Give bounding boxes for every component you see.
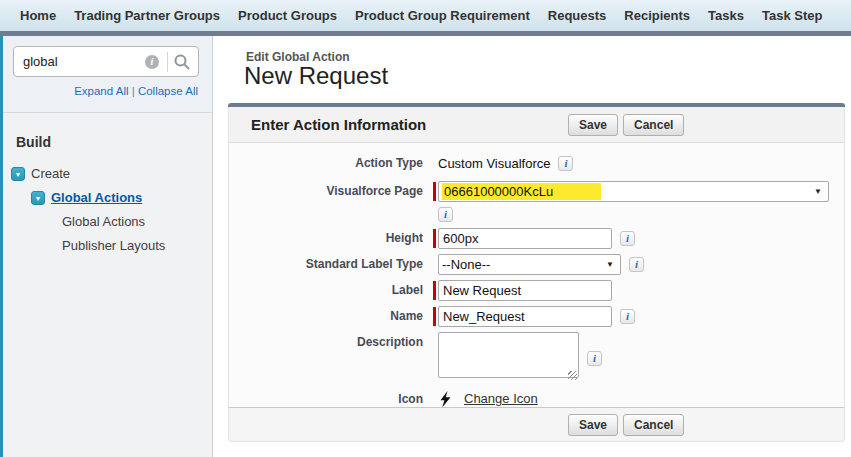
name-row: Name i <box>229 306 844 327</box>
name-input[interactable] <box>438 306 612 327</box>
chevron-down-icon[interactable]: ▼ <box>31 191 45 205</box>
tab-tasks[interactable]: Tasks <box>708 8 744 23</box>
tree-link-global-actions[interactable]: Global Actions <box>51 190 142 205</box>
height-label: Height <box>229 228 433 249</box>
action-type-label: Action Type <box>229 153 433 174</box>
panel-footer: Save Cancel <box>228 407 845 442</box>
label-row: Label <box>229 280 844 301</box>
top-nav-bar: Home Trading Partner Groups Product Grou… <box>0 0 851 31</box>
tree-item-label: Publisher Layouts <box>62 238 165 253</box>
search-icon[interactable] <box>173 53 191 71</box>
expand-all-link[interactable]: Expand All <box>74 85 128 97</box>
tab-product-groups[interactable]: Product Groups <box>238 8 337 23</box>
search-info-icon[interactable]: i <box>145 55 159 69</box>
tree-item-label: Global Actions <box>62 214 145 229</box>
description-row: Description i <box>229 332 844 382</box>
description-textarea[interactable] <box>438 332 579 378</box>
cancel-button[interactable]: Cancel <box>623 414 684 436</box>
tree-expand-links: Expand All | Collapse All <box>74 85 198 97</box>
tree-item-create[interactable]: ▼ Create <box>11 166 212 181</box>
tab-requests[interactable]: Requests <box>548 8 607 23</box>
label-input[interactable] <box>438 280 612 301</box>
standard-label-type-select[interactable]: --None-- ▼ <box>438 254 621 275</box>
header-button-group: Save Cancel <box>568 114 684 136</box>
chevron-down-icon[interactable]: ▼ <box>11 167 25 181</box>
cancel-button[interactable]: Cancel <box>623 114 684 136</box>
tab-trading-partner-groups[interactable]: Trading Partner Groups <box>74 8 220 23</box>
label-field-label: Label <box>229 280 433 301</box>
icon-field-label: Icon <box>229 390 433 408</box>
visualforce-page-row: Visualforce Page 06661000000KcLu ▼ i <box>229 181 844 222</box>
height-input[interactable] <box>438 228 612 249</box>
action-type-value: Custom Visualforce <box>438 153 550 174</box>
resize-grip-icon[interactable] <box>568 371 577 380</box>
required-indicator <box>433 281 436 300</box>
save-button[interactable]: Save <box>568 114 618 136</box>
description-label: Description <box>229 332 433 353</box>
info-icon[interactable]: i <box>558 156 573 171</box>
tree-item-global-actions[interactable]: Global Actions <box>62 214 212 229</box>
tab-product-group-requirement[interactable]: Product Group Requirement <box>355 8 530 23</box>
tree-item-label: Create <box>31 166 70 181</box>
save-button[interactable]: Save <box>568 414 618 436</box>
visualforce-page-value: 06661000000KcLu <box>442 183 601 200</box>
panel-body: Action Type Custom Visualforce i Visualf… <box>228 143 845 407</box>
search-input[interactable] <box>16 48 146 75</box>
height-row: Height i <box>229 228 844 249</box>
panel-header: Enter Action Information Save Cancel <box>228 107 845 143</box>
icon-row: Icon Change Icon <box>229 390 844 408</box>
setup-sidebar: i Expand All | Collapse All Build ▼ Crea… <box>0 36 213 457</box>
tab-recipients[interactable]: Recipients <box>624 8 690 23</box>
standard-label-type-label: Standard Label Type <box>229 254 433 275</box>
collapse-all-link[interactable]: Collapse All <box>138 85 198 97</box>
chevron-down-icon: ▼ <box>814 188 822 196</box>
required-indicator <box>433 182 436 201</box>
visualforce-page-select[interactable]: 06661000000KcLu ▼ <box>438 181 829 202</box>
action-type-row: Action Type Custom Visualforce i <box>229 153 844 174</box>
info-icon[interactable]: i <box>620 309 635 324</box>
required-indicator <box>433 229 436 248</box>
chevron-down-icon: ▼ <box>606 261 614 269</box>
section-title: Enter Action Information <box>251 116 426 133</box>
search-box: i <box>13 46 199 77</box>
footer-button-group: Save Cancel <box>568 414 684 436</box>
tree-heading-build: Build <box>16 134 212 150</box>
visualforce-page-label: Visualforce Page <box>229 181 433 202</box>
link-separator: | <box>132 85 135 97</box>
tree-item-publisher-layouts[interactable]: Publisher Layouts <box>62 238 212 253</box>
setup-tree: Build ▼ Create ▼ Global Actions Global A… <box>0 113 212 253</box>
info-icon[interactable]: i <box>620 231 635 246</box>
tab-home[interactable]: Home <box>20 8 56 23</box>
info-icon[interactable]: i <box>587 351 602 366</box>
sidebar-accent-strip <box>0 36 3 457</box>
page-title: New Request <box>244 62 388 90</box>
sidebar-search-area: i Expand All | Collapse All <box>0 36 212 113</box>
info-icon[interactable]: i <box>438 207 453 222</box>
info-icon[interactable]: i <box>629 257 644 272</box>
change-icon-link[interactable]: Change Icon <box>464 390 538 408</box>
tab-task-step[interactable]: Task Step <box>762 8 822 23</box>
required-indicator <box>433 307 436 326</box>
tree-item-global-actions-parent[interactable]: ▼ Global Actions <box>31 190 212 205</box>
standard-label-type-value: --None-- <box>442 257 490 272</box>
standard-label-type-row: Standard Label Type --None-- ▼ i <box>229 254 844 275</box>
name-field-label: Name <box>229 306 433 327</box>
lightning-bolt-icon <box>438 391 452 408</box>
search-divider <box>167 52 168 72</box>
action-information-panel: Enter Action Information Save Cancel Act… <box>228 103 845 443</box>
